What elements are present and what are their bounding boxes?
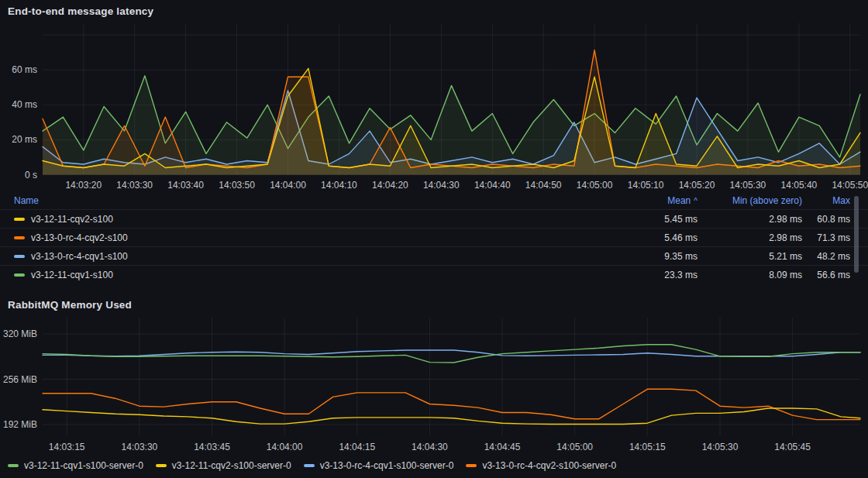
y-axis-tick-label: 0 s: [25, 170, 37, 181]
series-name: v3-12-11-cqv2-s100-server-0: [172, 460, 291, 471]
legend-item[interactable]: v3-12-11-cqv1-s100-server-0: [8, 460, 143, 471]
x-axis-tick-label: 14:05:00: [556, 442, 593, 452]
series-line-v3-13-0-rc-4-cqv2-s100-server-0: [43, 389, 860, 419]
series-line-v3-12-11-cqv1-s100-server-0: [43, 345, 860, 363]
series-color-swatch: [8, 464, 19, 467]
x-axis-tick-label: 14:04:10: [321, 180, 357, 191]
legend-scrollbar[interactable]: [854, 196, 859, 273]
legend-item[interactable]: v3-13-0-rc-4-cqv2-s100-server-0: [466, 460, 616, 471]
x-axis-tick-label: 14:05:50: [832, 180, 868, 191]
series-name: v3-13-0-rc-4-cqv1-s100: [31, 251, 128, 262]
series-color-swatch: [14, 273, 25, 277]
series-color-swatch: [14, 218, 25, 221]
memory-chart-svg: 192 MiB256 MiB320 MiB14:03:1514:03:3014:…: [0, 312, 868, 455]
min-value: 5.21 ms: [698, 251, 802, 262]
legend-table-row[interactable]: v3-12-11-cqv2-s1005.45 ms2.98 ms60.8 ms: [0, 209, 868, 228]
x-axis-tick-label: 14:04:50: [525, 180, 562, 191]
x-axis-tick-label: 14:05:40: [781, 180, 818, 191]
x-axis-tick-label: 14:03:40: [167, 180, 204, 191]
series-name: v3-12-11-cqv1-s100-server-0: [24, 460, 143, 471]
latency-chart-svg: 0 s20 ms40 ms60 ms14:03:2014:03:3014:03:…: [0, 0, 868, 195]
min-value: 2.98 ms: [698, 232, 802, 243]
x-axis-tick-label: 14:04:00: [270, 180, 306, 191]
x-axis-tick-label: 14:05:30: [730, 180, 766, 191]
x-axis-tick-label: 14:03:20: [65, 180, 102, 191]
max-value: 60.8 ms: [802, 214, 850, 225]
memory-panel-title: RabbitMQ Memory Used: [8, 299, 132, 311]
column-header-max[interactable]: Max: [802, 195, 850, 206]
max-value: 48.2 ms: [802, 251, 850, 262]
y-axis-tick-label: 20 ms: [12, 134, 37, 145]
x-axis-tick-label: 14:04:30: [412, 442, 448, 452]
series-name-cell: v3-13-0-rc-4-cqv1-s100: [0, 251, 581, 262]
x-axis-tick-label: 14:03:15: [49, 442, 85, 452]
x-axis-tick-label: 14:03:30: [116, 180, 153, 191]
memory-legend: v3-12-11-cqv1-s100-server-0v3-12-11-cqv2…: [8, 460, 616, 471]
column-header-min[interactable]: Min (above zero): [698, 195, 802, 206]
legend-item[interactable]: v3-12-11-cqv2-s100-server-0: [156, 460, 291, 471]
series-name: v3-13-0-rc-4-cqv2-s100: [31, 232, 128, 243]
column-header-mean[interactable]: Mean^: [581, 195, 698, 206]
max-value: 56.6 ms: [802, 270, 850, 280]
mean-value: 9.35 ms: [581, 251, 698, 262]
legend-table-row[interactable]: v3-13-0-rc-4-cqv1-s1009.35 ms5.21 ms48.2…: [0, 246, 868, 265]
x-axis-tick-label: 14:05:10: [628, 180, 664, 191]
x-axis-tick-label: 14:04:15: [339, 442, 375, 452]
x-axis-tick-label: 14:04:20: [372, 180, 408, 191]
y-axis-tick-label: 40 ms: [12, 99, 37, 110]
series-line-v3-13-0-rc-4-cqv1-s100-server-0: [43, 350, 860, 356]
latency-chart[interactable]: 0 s20 ms40 ms60 ms14:03:2014:03:3014:03:…: [0, 0, 868, 195]
series-name-cell: v3-12-11-cqv1-s100: [0, 270, 581, 280]
mean-value: 5.46 ms: [581, 232, 698, 243]
legend-table: NameMean^Min (above zero)Maxv3-12-11-cqv…: [0, 191, 868, 284]
y-axis-tick-label: 192 MiB: [3, 419, 37, 430]
x-axis-tick-label: 14:05:00: [577, 180, 613, 191]
series-line-v3-12-11-cqv2-s100-server-0: [43, 408, 860, 425]
x-axis-tick-label: 14:03:50: [219, 180, 255, 191]
series-name-cell: v3-12-11-cqv2-s100: [0, 214, 581, 225]
x-axis-tick-label: 14:03:45: [194, 442, 230, 452]
series-color-swatch: [14, 255, 25, 258]
mean-value: 23.3 ms: [581, 270, 698, 280]
column-header-name[interactable]: Name: [0, 195, 581, 206]
legend-table-header: NameMean^Min (above zero)Max: [0, 191, 868, 209]
series-color-swatch: [156, 464, 167, 467]
series-color-swatch: [14, 236, 25, 239]
x-axis-tick-label: 14:05:20: [679, 180, 715, 191]
min-value: 2.98 ms: [698, 214, 802, 225]
series-name-cell: v3-13-0-rc-4-cqv2-s100: [0, 232, 581, 243]
series-name: v3-12-11-cqv1-s100: [31, 270, 113, 280]
x-axis-tick-label: 14:03:30: [122, 442, 158, 452]
memory-chart[interactable]: 192 MiB256 MiB320 MiB14:03:1514:03:3014:…: [0, 312, 868, 455]
y-axis-tick-label: 60 ms: [12, 64, 37, 75]
x-axis-tick-label: 14:04:30: [423, 180, 460, 191]
y-axis-tick-label: 256 MiB: [3, 374, 37, 385]
legend-table-row[interactable]: v3-13-0-rc-4-cqv2-s1005.46 ms2.98 ms71.3…: [0, 228, 868, 246]
series-name: v3-12-11-cqv2-s100: [31, 214, 113, 225]
x-axis-tick-label: 14:05:45: [774, 442, 811, 452]
x-axis-tick-label: 14:04:00: [267, 442, 303, 452]
x-axis-tick-label: 14:05:15: [629, 442, 666, 452]
min-value: 8.09 ms: [698, 270, 802, 280]
x-axis-tick-label: 14:04:45: [484, 442, 521, 452]
legend-table-row[interactable]: v3-12-11-cqv1-s10023.3 ms8.09 ms56.6 ms: [0, 265, 868, 284]
series-name: v3-13-0-rc-4-cqv2-s100-server-0: [482, 460, 616, 471]
series-name: v3-13-0-rc-4-cqv1-s100-server-0: [320, 460, 454, 471]
y-axis-tick-label: 320 MiB: [3, 328, 37, 339]
legend-item[interactable]: v3-13-0-rc-4-cqv1-s100-server-0: [304, 460, 454, 471]
x-axis-tick-label: 14:05:30: [702, 442, 739, 452]
mean-value: 5.45 ms: [581, 214, 698, 225]
series-color-swatch: [304, 464, 315, 467]
max-value: 71.3 ms: [802, 232, 850, 243]
series-color-swatch: [466, 464, 477, 467]
x-axis-tick-label: 14:04:40: [474, 180, 511, 191]
